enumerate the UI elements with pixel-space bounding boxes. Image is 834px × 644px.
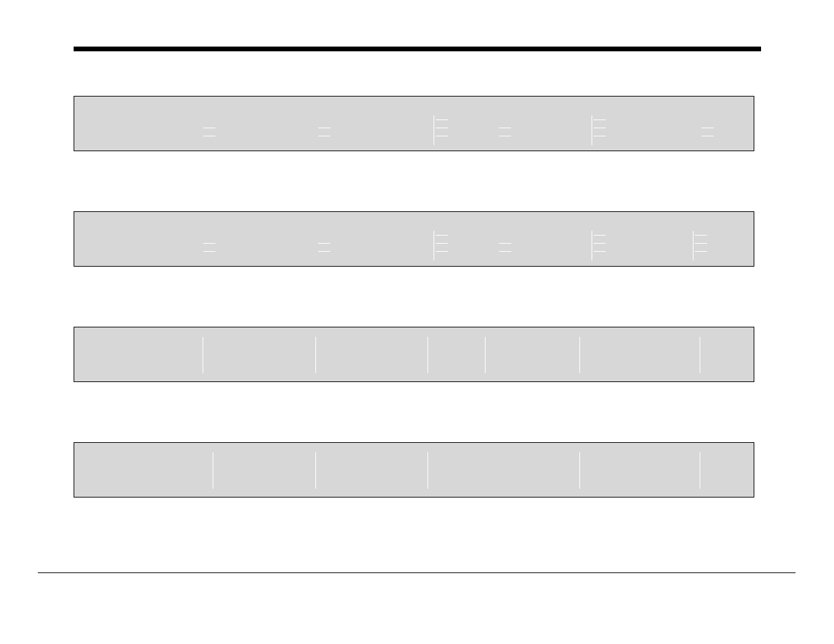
tick-vertical (427, 452, 428, 489)
block-2 (74, 211, 754, 267)
tick-horizontal (594, 235, 606, 236)
block-1 (74, 96, 754, 151)
tick-vertical (579, 337, 580, 373)
document-page (0, 0, 834, 644)
tick-horizontal (499, 128, 511, 128)
tick-horizontal (436, 119, 448, 120)
tick-vertical (693, 231, 694, 261)
tick-vertical (315, 337, 316, 373)
tick-horizontal (594, 251, 606, 252)
tick-vertical (592, 115, 592, 145)
tick-vertical (700, 337, 700, 373)
tick-vertical (213, 452, 213, 489)
block-3 (74, 327, 754, 382)
tick-horizontal (499, 251, 511, 252)
tick-horizontal (203, 251, 215, 252)
tick-horizontal (318, 136, 330, 136)
bottom-rule (38, 572, 796, 573)
block-4 (74, 442, 754, 498)
tick-horizontal (318, 128, 330, 128)
tick-vertical (315, 452, 316, 489)
tick-horizontal (436, 128, 448, 128)
tick-vertical (579, 452, 580, 489)
tick-horizontal (594, 136, 606, 136)
tick-vertical (434, 231, 434, 261)
tick-horizontal (702, 136, 714, 136)
tick-horizontal (203, 136, 215, 136)
tick-horizontal (436, 251, 448, 252)
tick-horizontal (594, 128, 606, 128)
top-rule (74, 47, 761, 51)
tick-horizontal (695, 243, 707, 244)
tick-horizontal (695, 235, 707, 236)
tick-horizontal (318, 251, 330, 252)
tick-vertical (485, 337, 486, 373)
tick-horizontal (436, 235, 448, 236)
tick-horizontal (695, 251, 707, 252)
tick-vertical (592, 231, 592, 261)
tick-horizontal (318, 243, 330, 244)
tick-horizontal (203, 128, 215, 128)
tick-horizontal (436, 243, 448, 244)
tick-horizontal (499, 243, 511, 244)
tick-horizontal (594, 119, 606, 120)
tick-vertical (427, 337, 428, 373)
tick-horizontal (702, 128, 714, 128)
tick-horizontal (203, 243, 215, 244)
tick-horizontal (594, 243, 606, 244)
tick-horizontal (499, 136, 511, 136)
tick-horizontal (436, 136, 448, 136)
tick-vertical (434, 115, 434, 145)
tick-vertical (203, 337, 203, 373)
tick-vertical (700, 452, 700, 489)
